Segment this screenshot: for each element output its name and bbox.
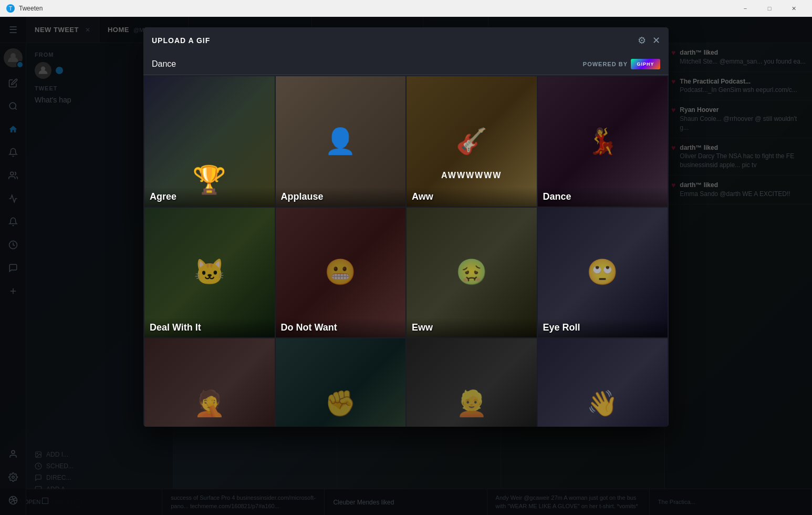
gif-search-query[interactable]: Dance: [152, 59, 176, 69]
gif-dance-label: Dance: [538, 187, 668, 207]
app-title: Tweeten: [19, 5, 733, 12]
gif-search-area: Dance POWERED BY GIPHY: [143, 54, 669, 75]
giphy-logo: POWERED BY GIPHY: [583, 59, 660, 69]
gif-goodbye-bg: 👋: [538, 338, 668, 427]
settings-icon[interactable]: ⚙: [638, 35, 646, 46]
gif-eyeroll-label: Eye Roll: [538, 318, 668, 337]
gif-cell-do-not-want[interactable]: 😬 Do Not Want: [276, 208, 406, 338]
gif-cell-facepalm[interactable]: 🤦 Facepalm: [144, 338, 275, 427]
gif-cell-aww[interactable]: 🎸 AWWWWWW Aww: [407, 76, 537, 207]
close-button[interactable]: ✕: [782, 0, 806, 17]
gif-modal-title: UPLOAD A GIF: [152, 36, 210, 45]
modal-overlay[interactable]: UPLOAD A GIF ⚙ ✕ Dance POWERED BY GIPHY: [0, 17, 812, 515]
gif-cell-deal-with-it[interactable]: 🐱 Deal With It: [144, 208, 275, 338]
gif-grid: 🏆 Agree 👤 Applause 🎸 AWWWWWW Aww: [143, 75, 669, 427]
maximize-button[interactable]: □: [757, 0, 782, 17]
gif-aww-label: Aww: [407, 187, 537, 207]
window-chrome: T Tweeten − □ ✕: [0, 0, 812, 17]
gif-modal: UPLOAD A GIF ⚙ ✕ Dance POWERED BY GIPHY: [143, 27, 669, 427]
gif-facepalm-bg: 🤦: [144, 338, 275, 427]
gif-cell-goodbye[interactable]: 👋 Goodbye: [538, 338, 668, 427]
close-icon[interactable]: ✕: [652, 35, 660, 46]
gif-modal-header: UPLOAD A GIF ⚙ ✕: [143, 27, 669, 54]
gif-cell-good-luck[interactable]: 👱 So good luck with that! Good Luck: [407, 338, 537, 427]
gif-cell-applause[interactable]: 👤 Applause: [276, 76, 406, 207]
gif-cell-dance[interactable]: 💃 Dance: [538, 76, 668, 207]
gif-deal-label: Deal With It: [144, 318, 275, 337]
giphy-logo-box: GIPHY: [631, 59, 660, 69]
app-container: ☰ NEW TWEET ✕ HOME @MSMEDIA ··· NOTIFICA…: [0, 17, 812, 515]
minimize-button[interactable]: −: [733, 0, 757, 17]
window-controls: − □ ✕: [733, 0, 806, 17]
gif-eww-label: Eww: [407, 318, 537, 337]
gif-applause-label: Applause: [276, 187, 406, 207]
gif-modal-controls: ⚙ ✕: [638, 35, 660, 46]
gif-fistbump-bg: ✊ FIST BUMP: [276, 338, 406, 427]
gif-cell-fist-bump[interactable]: ✊ FIST BUMP Fist Bump: [276, 338, 406, 427]
gif-cell-agree[interactable]: 🏆 Agree: [144, 76, 275, 207]
powered-by-text: POWERED BY: [583, 61, 628, 67]
gif-donot-label: Do Not Want: [276, 318, 406, 337]
gif-goodluck-bg: 👱 So good luck with that!: [407, 338, 537, 427]
gif-cell-eww[interactable]: 🤢 Eww: [407, 208, 537, 338]
gif-cell-eye-roll[interactable]: 🙄 Eye Roll: [538, 208, 668, 338]
app-icon: T: [6, 4, 15, 13]
gif-agree-label: Agree: [144, 187, 275, 207]
